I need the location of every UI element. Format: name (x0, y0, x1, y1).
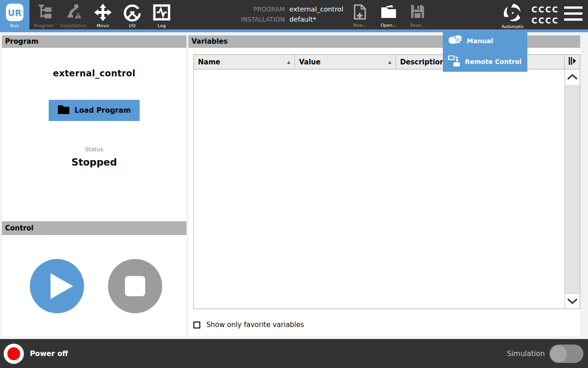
open-program-button[interactable]: Open... (377, 3, 401, 29)
top-bar: UR Run Program Installation Move (0, 0, 588, 32)
installation-name-value: default* (289, 16, 343, 23)
menu-item-remote-control[interactable]: Remote Control (443, 51, 527, 72)
installation-label: INSTALLATION (202, 16, 285, 23)
power-off-red-icon (7, 347, 20, 360)
open-folder-icon (380, 4, 397, 21)
variables-table: Name ▲ Value ▲ Description (193, 54, 580, 309)
program-installation-info: PROGRAM external_control INSTALLATION de… (202, 6, 343, 23)
variables-panel: Variables Name ▲ Value ▲ Description (188, 35, 580, 336)
program-panel-header: Program (2, 35, 187, 48)
tab-io-label: I/O (118, 23, 147, 28)
favorites-filter-row: Show only favorite variables (193, 321, 304, 329)
remote-control-icon (448, 54, 461, 69)
clock-display: CCCC CCCC (531, 4, 559, 26)
tab-run-label: Run (0, 23, 29, 28)
power-status-label: Power off (30, 350, 68, 358)
control-panel-header: Control (2, 221, 187, 235)
save-button-label: Save... (406, 23, 430, 28)
expand-panel-icon (568, 57, 576, 67)
menu-item-manual-label: Manual (467, 37, 493, 45)
new-button-label: New... (348, 23, 372, 28)
power-status-button[interactable] (4, 344, 24, 364)
column-description-label: Description (400, 58, 445, 66)
hamburger-bar (564, 12, 582, 15)
io-circular-arrows-icon (123, 3, 141, 23)
robot-arm-icon (65, 3, 82, 23)
new-file-icon (353, 4, 367, 22)
chevron-up-icon (567, 73, 578, 82)
column-value-label: Value (299, 58, 321, 66)
show-favorites-checkbox[interactable] (193, 322, 200, 328)
tab-installation[interactable]: Installation (59, 0, 88, 29)
tab-log-label: Log (147, 23, 176, 28)
clock-line2: CCCC (531, 15, 559, 26)
mode-label: Automatic (500, 24, 526, 29)
tab-run[interactable]: UR Run (0, 0, 29, 29)
hamburger-bar (564, 6, 582, 9)
main-tabs: UR Run Program Installation Move (0, 0, 176, 29)
column-header-value[interactable]: Value ▲ (295, 55, 396, 69)
tab-program[interactable]: Program (29, 0, 59, 29)
play-button[interactable] (29, 259, 85, 314)
scroll-up-button[interactable] (565, 69, 580, 85)
clock-line1: CCCC (531, 4, 559, 15)
tab-log[interactable]: Log (147, 0, 176, 29)
tab-move-label: Move (88, 23, 118, 28)
toggle-knob (550, 345, 567, 362)
variables-table-rows (194, 69, 565, 309)
status-value: Stopped (2, 157, 187, 168)
status-label: Status (2, 146, 187, 153)
simulation-label: Simulation (507, 350, 545, 358)
program-label: PROGRAM (202, 6, 285, 13)
expand-columns-button[interactable] (565, 55, 580, 69)
sort-ascending-icon: ▲ (388, 60, 391, 64)
program-tree-icon (35, 3, 53, 23)
simulation-toggle[interactable] (549, 345, 583, 363)
hamburger-menu-button[interactable] (564, 6, 582, 21)
tab-program-label: Program (29, 23, 59, 28)
scroll-down-button[interactable] (565, 294, 580, 309)
file-buttons: New... Open... Save... (348, 3, 430, 29)
variables-table-body (194, 69, 580, 309)
log-monitor-icon (153, 3, 171, 23)
save-disk-icon (410, 4, 425, 21)
tab-io[interactable]: I/O (118, 0, 147, 29)
operational-mode-menu: Manual Remote Control (443, 30, 527, 72)
column-name-label: Name (198, 58, 220, 66)
sort-ascending-icon: ▲ (287, 60, 290, 64)
automatic-mode-icon (502, 2, 523, 25)
column-header-name[interactable]: Name ▲ (194, 55, 295, 69)
hamburger-bar (564, 18, 582, 21)
tab-move[interactable]: Move (88, 0, 118, 29)
manual-hand-icon (448, 34, 463, 47)
load-program-button-label: Load Program (74, 106, 130, 115)
svg-text:UR: UR (8, 8, 22, 18)
menu-item-remote-control-label: Remote Control (465, 58, 521, 65)
folder-icon (57, 104, 70, 117)
stop-button[interactable] (107, 259, 163, 314)
scrollbar-track[interactable] (565, 85, 580, 294)
tab-installation-label: Installation (59, 23, 88, 28)
loaded-program-name: external_control (2, 68, 187, 78)
footer-bar: Power off Simulation (0, 339, 588, 368)
ur-logo-icon: UR (6, 3, 24, 23)
move-arrows-icon (94, 3, 112, 23)
operational-mode-button[interactable]: Automatic (500, 1, 526, 29)
load-program-button[interactable]: Load Program (49, 100, 140, 121)
menu-item-manual[interactable]: Manual (443, 30, 527, 51)
variables-scrollbar (565, 69, 580, 309)
open-button-label: Open... (377, 23, 401, 28)
new-program-button[interactable]: New... (348, 3, 372, 29)
show-favorites-label: Show only favorite variables (206, 321, 304, 329)
program-name-value: external_control (289, 6, 343, 13)
program-panel: Program external_control Load Program St… (2, 35, 187, 336)
chevron-down-icon (567, 297, 578, 306)
save-program-button[interactable]: Save... (406, 3, 430, 29)
